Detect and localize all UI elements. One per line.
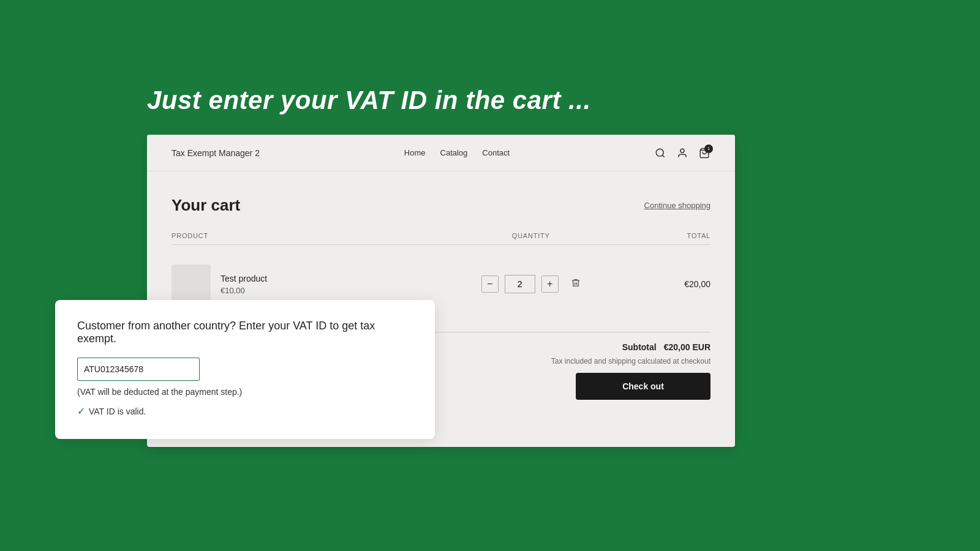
navbar-links: Home Catalog Contact xyxy=(404,148,510,157)
navbar-brand: Tax Exempt Manager 2 xyxy=(172,148,260,158)
tax-note: Tax included and shipping calculated at … xyxy=(551,357,710,365)
quantity-increase-button[interactable]: + xyxy=(541,276,559,293)
cart-icon[interactable]: 1 xyxy=(698,147,710,159)
svg-line-1 xyxy=(662,155,664,157)
navbar: Tax Exempt Manager 2 Home Catalog Contac… xyxy=(147,135,735,171)
vat-card: Customer from another country? Enter you… xyxy=(55,300,435,439)
continue-shopping-link[interactable]: Continue shopping xyxy=(644,201,710,210)
quantity-decrease-button[interactable]: − xyxy=(481,276,499,293)
svg-point-2 xyxy=(680,149,684,152)
hero-heading: Just enter your VAT ID in the cart ... xyxy=(147,86,591,115)
cart-header: Your cart Continue shopping xyxy=(172,196,710,215)
cart-title: Your cart xyxy=(172,196,240,215)
vat-valid-message: ✓ VAT ID is valid. xyxy=(77,405,413,417)
nav-link-home[interactable]: Home xyxy=(404,148,426,157)
col-header-product: PRODUCT xyxy=(172,232,441,239)
col-header-quantity: QUANTITY xyxy=(441,232,620,239)
nav-link-catalog[interactable]: Catalog xyxy=(440,148,468,157)
cart-table-header: PRODUCT QUANTITY TOTAL xyxy=(172,227,710,245)
vat-card-title: Customer from another country? Enter you… xyxy=(77,320,413,345)
checkmark-icon: ✓ xyxy=(77,405,85,417)
cart-badge: 1 xyxy=(704,144,713,153)
quantity-controls: − + xyxy=(441,275,620,293)
product-price: €10,00 xyxy=(221,286,267,295)
product-name: Test product xyxy=(221,274,267,283)
vat-deduction-note: (VAT will be deducted at the payment ste… xyxy=(77,387,413,397)
search-icon[interactable] xyxy=(654,147,666,159)
svg-point-0 xyxy=(656,149,663,156)
nav-link-contact[interactable]: Contact xyxy=(482,148,510,157)
vat-valid-text: VAT ID is valid. xyxy=(89,407,146,416)
col-header-total: TOTAL xyxy=(620,232,710,239)
vat-id-input[interactable] xyxy=(77,358,200,381)
subtotal-label: Subtotal xyxy=(622,342,657,352)
product-details: Test product €10,00 xyxy=(221,274,267,295)
quantity-input[interactable] xyxy=(505,275,535,293)
product-image xyxy=(172,264,211,304)
item-total: €20,00 xyxy=(620,279,710,289)
account-icon[interactable] xyxy=(676,147,688,159)
product-info: Test product €10,00 xyxy=(172,264,441,304)
delete-item-button[interactable] xyxy=(571,278,581,290)
navbar-icons: 1 xyxy=(654,147,710,159)
checkout-button[interactable]: Check out xyxy=(576,373,710,400)
subtotal-value: €20,00 EUR xyxy=(664,342,710,352)
subtotal-row: Subtotal €20,00 EUR xyxy=(622,342,710,352)
